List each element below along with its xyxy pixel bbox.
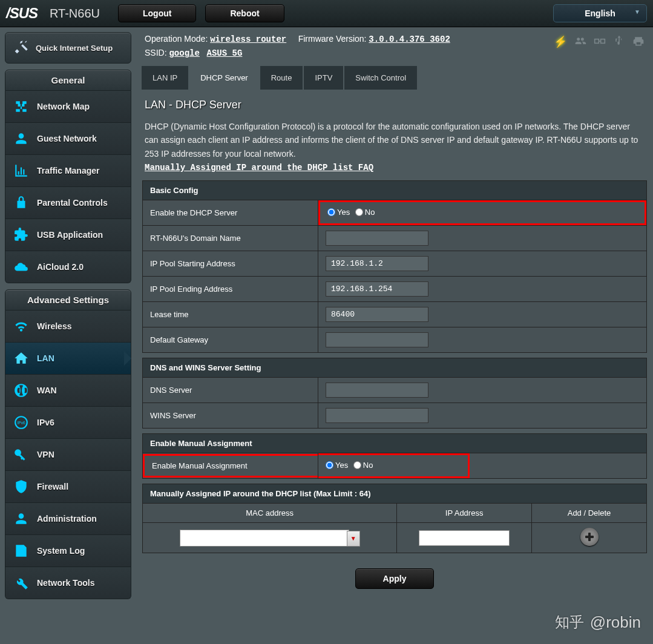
operation-mode-link[interactable]: wireless router	[210, 34, 286, 44]
globe-icon	[11, 382, 31, 399]
logout-button[interactable]: Logout	[118, 4, 196, 22]
tools-icon	[11, 574, 31, 591]
tab-iptv[interactable]: IPTV	[303, 65, 344, 90]
sidebar-item-guest-network[interactable]: Guest Network	[5, 123, 131, 155]
printer-icon[interactable]	[632, 35, 645, 50]
tab-lan-ip[interactable]: LAN IP	[141, 65, 189, 90]
reboot-button[interactable]: Reboot	[205, 4, 284, 22]
manual-assignment-label: Enable Manual Assignment	[143, 454, 318, 478]
brand-logo: /SUS	[6, 5, 38, 22]
ip-end-label: IP Pool Ending Address	[143, 277, 318, 302]
clients-icon[interactable]	[574, 35, 586, 50]
shield-icon	[11, 478, 31, 495]
domain-name-input[interactable]	[326, 231, 428, 246]
tab-route[interactable]: Route	[260, 65, 304, 90]
quick-internet-setup-button[interactable]: Quick Internet Setup	[5, 32, 131, 64]
sidebar-item-usb-application[interactable]: USB Application	[5, 219, 131, 251]
default-gateway-label: Default Gateway	[143, 327, 318, 353]
assigned-ip-row: ▼	[143, 523, 647, 553]
info-text: Operation Mode: wireless router Firmware…	[145, 32, 450, 61]
sidebar-item-wan[interactable]: WAN	[5, 375, 131, 407]
dns-wins-header: DNS and WINS Server Setting	[143, 358, 647, 378]
dns-wins-table: DNS and WINS Server Setting DNS Server W…	[142, 358, 647, 429]
advanced-section-header: Advanced Settings	[5, 289, 131, 310]
wand-icon	[11, 39, 30, 57]
traffic-manager-icon	[11, 162, 31, 179]
manual-assignment-table: Enable Manual Assignment Enable Manual A…	[142, 433, 647, 479]
sidebar-item-firewall[interactable]: Firewall	[5, 471, 131, 503]
qis-label: Quick Internet Setup	[36, 44, 113, 53]
svg-rect-2	[595, 39, 599, 44]
dropdown-arrow-icon[interactable]: ▼	[347, 531, 360, 547]
sidebar-item-system-log[interactable]: System Log	[5, 535, 131, 567]
lock-icon	[11, 194, 31, 211]
sidebar-item-network-tools[interactable]: Network Tools	[5, 567, 131, 599]
enable-dhcp-no[interactable]: No	[355, 208, 375, 217]
language-select[interactable]: English	[553, 4, 647, 22]
sidebar-item-parental-controls[interactable]: Parental Controls	[5, 187, 131, 219]
manual-no[interactable]: No	[353, 461, 373, 470]
main-content: Operation Mode: wireless router Firmware…	[136, 27, 653, 644]
sidebar-item-network-map[interactable]: Network Map	[5, 91, 131, 123]
ip-start-input[interactable]	[326, 256, 428, 271]
status-light-icon[interactable]: ⚡	[554, 35, 567, 50]
faq-link[interactable]: Manually Assigned IP around the DHCP lis…	[145, 163, 373, 172]
admin-icon	[11, 510, 31, 527]
svg-rect-3	[601, 39, 605, 44]
assigned-ip-header: Manually Assigned IP around the DHCP lis…	[143, 484, 647, 504]
usb-icon[interactable]	[613, 35, 625, 50]
col-mac: MAC address	[143, 504, 397, 523]
home-icon	[11, 350, 31, 367]
sidebar-item-lan[interactable]: LAN	[5, 343, 131, 375]
sidebar-item-wireless[interactable]: Wireless	[5, 310, 131, 343]
manual-yes[interactable]: Yes	[326, 461, 348, 470]
dns-server-label: DNS Server	[143, 378, 318, 403]
lease-time-label: Lease time	[143, 302, 318, 327]
tab-dhcp-server[interactable]: DHCP Server	[189, 65, 260, 90]
tabs: LAN IP DHCP Server Route IPTV Switch Con…	[136, 65, 653, 90]
add-icon[interactable]	[580, 528, 599, 546]
lease-time-input[interactable]	[326, 307, 428, 322]
assigned-ip-table: Manually Assigned IP around the DHCP lis…	[142, 484, 647, 553]
key-icon	[11, 446, 31, 463]
puzzle-icon	[11, 226, 31, 243]
ip-address-input[interactable]	[419, 530, 510, 546]
col-action: Add / Delete	[532, 504, 647, 523]
ssid-1: google	[169, 48, 199, 58]
ipv6-icon: IPv6	[11, 414, 31, 431]
col-ip: IP Address	[397, 504, 532, 523]
model-name: RT-N66U	[50, 7, 100, 21]
page-title: LAN - DHCP Server	[142, 90, 647, 120]
wins-server-label: WINS Server	[143, 403, 318, 429]
default-gateway-input[interactable]	[326, 332, 428, 347]
ssid-2: ASUS_5G	[207, 48, 243, 58]
mac-address-select[interactable]	[180, 530, 349, 547]
watermark: 知乎 @robin	[555, 613, 641, 632]
wins-server-input[interactable]	[326, 408, 428, 423]
guest-network-icon	[11, 130, 31, 147]
manual-assignment-header: Enable Manual Assignment	[143, 434, 647, 453]
tab-switch-control[interactable]: Switch Control	[344, 65, 418, 90]
sidebar-item-administration[interactable]: Administration	[5, 503, 131, 535]
wifi-icon	[11, 318, 31, 335]
log-icon	[11, 542, 31, 559]
enable-dhcp-yes[interactable]: Yes	[327, 208, 350, 217]
sidebar-item-vpn[interactable]: VPN	[5, 439, 131, 471]
ip-start-label: IP Pool Starting Address	[143, 251, 318, 277]
sidebar-item-aicloud[interactable]: AiCloud 2.0	[5, 251, 131, 283]
sidebar: Quick Internet Setup General Network Map…	[0, 27, 136, 644]
apply-button[interactable]: Apply	[355, 568, 435, 589]
network-map-icon	[11, 98, 31, 115]
general-section-header: General	[5, 70, 131, 91]
top-bar: /SUS RT-N66U Logout Reboot English	[0, 0, 653, 27]
page-description: DHCP (Dynamic Host Configuration Protoco…	[142, 120, 647, 181]
domain-name-label: RT-N66U's Domain Name	[143, 226, 318, 251]
network-status-icon[interactable]	[594, 35, 606, 50]
sidebar-item-ipv6[interactable]: IPv6 IPv6	[5, 407, 131, 439]
ip-end-input[interactable]	[326, 281, 428, 297]
status-icons: ⚡	[554, 32, 645, 50]
dns-server-input[interactable]	[326, 383, 428, 398]
basic-config-table: Basic Config Enable the DHCP Server Yes …	[142, 180, 647, 353]
firmware-version-link[interactable]: 3.0.0.4.376_3602	[369, 34, 450, 44]
sidebar-item-traffic-manager[interactable]: Traffic Manager	[5, 155, 131, 187]
